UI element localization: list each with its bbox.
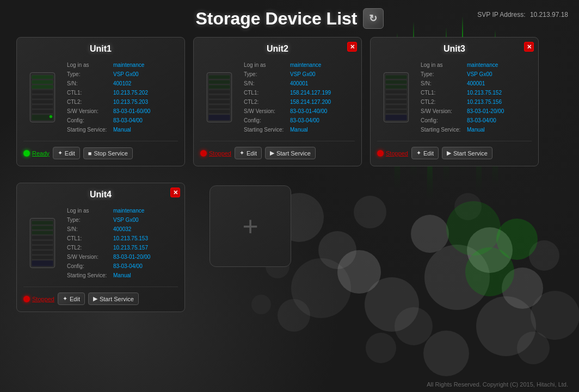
unit3-image [377,60,415,134]
refresh-button[interactable]: ↻ [363,8,384,29]
svg-rect-38 [32,105,53,109]
unit2-card: Unit2 ✕ Log in asmaint [193,37,362,166]
unit1-body: Log in asmaintenance Type:VSP Gx00 S/N:4… [23,60,178,134]
unit2-footer: Stopped ✦ Edit ▶ Start Service [200,141,355,159]
svg-rect-33 [32,80,53,84]
unit1-footer: Ready ✦ Edit ■ Stop Service [23,141,178,159]
unit1-sw-value: 83-03-01-60/00 [113,107,150,116]
svg-rect-64 [32,226,53,229]
unit1-info: Log in asmaintenance Type:VSP Gx00 S/N:4… [67,60,178,134]
unit1-config-label: Config: [67,116,110,125]
unit4-status-text: Stopped [32,296,54,302]
unit2-body: Log in asmaintenance Type:VSP Gx00 S/N:4… [200,60,355,134]
page-footer: All Rights Reserved. Copyright (C) 2015,… [427,381,568,388]
svg-rect-35 [32,90,53,94]
svg-rect-63 [32,221,53,225]
svg-point-14 [395,307,433,345]
svg-point-17 [517,332,550,364]
unit4-status-dot [23,296,30,302]
unit4-status-badge[interactable]: Stopped [23,296,54,302]
svg-rect-39 [32,110,53,114]
unit4-card: Unit4 ✕ Log in asmaint [16,183,185,312]
svg-point-15 [366,333,396,363]
svg-rect-36 [32,95,53,98]
play-icon: ▶ [270,150,274,157]
svg-point-16 [423,331,469,376]
svp-address-container: SVP IP Address: 10.213.97.18 [477,11,568,18]
svg-rect-67 [32,240,53,244]
unit2-edit-button[interactable]: ✦ Edit [235,147,262,159]
stop-icon: ■ [88,150,92,157]
svg-rect-45 [208,85,230,89]
unit1-edit-button[interactable]: ✦ Edit [53,147,80,159]
unit3-footer: Stopped ✦ Edit ▶ Start Service [377,141,532,159]
unit1-card: Unit1 Log in asmaintenance [16,37,185,166]
close-icon: ✕ [527,43,532,51]
svg-rect-47 [208,95,230,98]
unit3-start-service-button[interactable]: ▶ Start Service [442,147,492,159]
unit1-status-text: Ready [32,150,50,157]
unit1-login-value: maintenance [113,60,144,70]
unit3-body: Log in asmaintenance Type:VSP Gx00 S/N:4… [377,60,532,134]
unit1-title: Unit1 [23,44,178,54]
plus-icon: + [242,210,258,242]
unit2-title: Unit2 [200,44,355,54]
unit1-stop-service-button[interactable]: ■ Stop Service [83,147,133,159]
unit1-ss-label: Starting Service: [67,125,110,134]
svg-rect-43 [208,75,230,79]
unit3-status-badge[interactable]: Stopped [377,150,408,157]
unit3-info: Log in asmaintenance Type:VSP Gx00 S/N:4… [421,60,532,134]
unit4-edit-button[interactable]: ✦ Edit [58,293,85,305]
edit-icon: ✦ [239,150,244,157]
svg-rect-50 [208,110,230,114]
svg-rect-56 [385,90,407,94]
svp-label: SVP IP Address: [477,11,525,18]
unit4-start-service-button[interactable]: ▶ Start Service [88,293,139,305]
unit4-title: Unit4 [23,190,178,200]
page-title: Storage Device List [196,9,358,29]
svg-rect-66 [32,235,53,239]
svg-rect-48 [208,100,230,104]
add-device-button[interactable]: + [210,185,291,267]
edit-icon: ✦ [63,295,67,302]
unit1-login-label: Log in as [67,60,110,70]
unit2-close-button[interactable]: ✕ [347,42,357,52]
page-header: Storage Device List ↻ SVP IP Address: 10… [0,0,579,34]
svg-rect-44 [208,80,230,84]
svg-rect-34 [32,85,53,89]
unit2-status-text: Stopped [209,150,231,157]
unit4-close-button[interactable]: ✕ [170,188,180,197]
unit3-close-button[interactable]: ✕ [524,42,534,52]
svg-rect-61 [385,115,407,121]
unit1-ctl2-label: CTL2: [67,97,110,107]
unit2-start-service-button[interactable]: ▶ Start Service [265,147,316,159]
unit1-status-badge[interactable]: Ready [23,150,50,157]
refresh-icon: ↻ [369,13,377,24]
svg-rect-53 [385,75,407,79]
edit-icon: ✦ [416,150,421,157]
cards-row-1: Unit1 Log in asmaintenance [0,37,579,175]
svg-rect-54 [385,80,407,84]
unit1-sn-value: 400102 [113,79,131,88]
svg-rect-59 [385,105,407,109]
close-icon: ✕ [173,189,178,196]
unit3-edit-button[interactable]: ✦ Edit [411,147,439,159]
svg-point-41 [50,115,52,118]
unit2-status-badge[interactable]: Stopped [200,150,231,157]
close-icon: ✕ [350,43,355,51]
unit3-card: Unit3 ✕ Log in asmaint [370,37,539,166]
unit1-ctl2-value: 10.213.75.203 [113,97,148,107]
unit1-sw-label: S/W Version: [67,107,110,116]
unit4-footer: Stopped ✦ Edit ▶ Start Service [23,287,178,305]
svg-rect-37 [32,100,53,104]
svg-rect-68 [32,246,53,250]
unit1-ctl1-label: CTL1: [67,88,110,97]
play-icon: ▶ [447,150,451,157]
svg-rect-51 [208,115,230,121]
unit1-ss-value: Manual [113,125,131,134]
unit1-type-label: Type: [67,70,110,79]
svg-rect-65 [32,231,53,234]
svg-rect-46 [208,90,230,94]
unit4-body: Log in asmaintenance Type:VSP Gx00 S/N:4… [23,206,178,280]
svg-rect-49 [208,105,230,109]
